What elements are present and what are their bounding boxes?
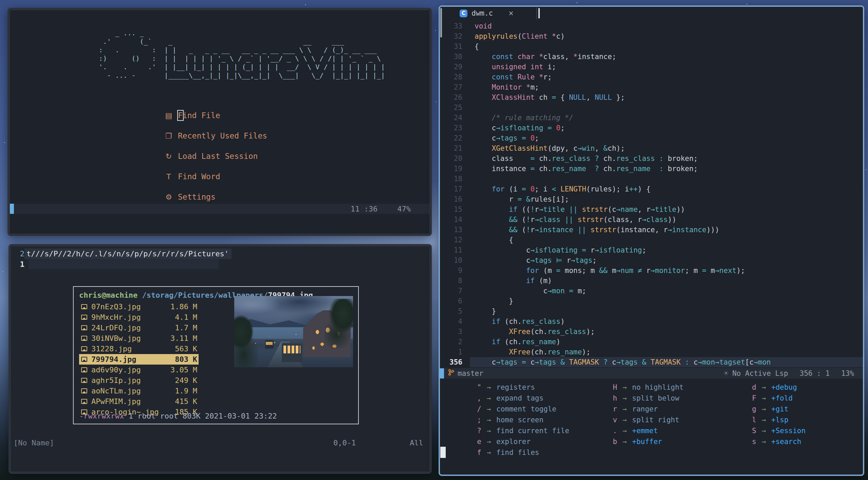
file-name: 799794.jpg bbox=[91, 355, 163, 364]
whichkey-binding: F→+fold bbox=[736, 393, 806, 404]
code-line: 13 && (!r→instance || strstr(instance, r… bbox=[440, 225, 863, 235]
code-line: 24 /* rule matching */ bbox=[440, 113, 863, 123]
line-number: 10 bbox=[440, 255, 462, 265]
file-size-unit: M bbox=[188, 387, 197, 395]
whichkey-key: , bbox=[461, 394, 481, 402]
code-line: 33void bbox=[440, 21, 863, 31]
code-text: XFree(ch.res_class); bbox=[475, 327, 595, 337]
file-row[interactable]: 30iNVBw.jpg3.11M bbox=[79, 333, 199, 344]
code-line: 11 c→isfloating = r→isfloating; bbox=[440, 245, 863, 255]
lsp-gear-icon bbox=[723, 369, 729, 377]
whichkey-key: ; bbox=[461, 416, 481, 424]
line-number: 32 bbox=[440, 31, 462, 41]
code-line: 32applyrules(Client *c) bbox=[440, 31, 863, 41]
code-area[interactable]: 33void32applyrules(Client *c)31{30 const… bbox=[440, 21, 863, 367]
copy-icon: ❐ bbox=[164, 132, 173, 140]
terminal-cursor bbox=[440, 447, 446, 458]
code-line: 30 const char *class, *instance; bbox=[440, 52, 863, 62]
code-line: 29 unsigned int i; bbox=[440, 62, 863, 72]
line-number: 7 bbox=[440, 286, 462, 296]
file-size-unit: K bbox=[188, 345, 197, 353]
code-line: 356 c→tags = c→tags & TAGMASK ? c→tags &… bbox=[440, 357, 863, 367]
arrow-icon: → bbox=[756, 383, 771, 391]
image-file-icon bbox=[81, 367, 87, 372]
preview-tree bbox=[325, 299, 353, 349]
arrow-icon: → bbox=[756, 394, 771, 402]
file-name: 24LrDFQ.jpg bbox=[91, 324, 163, 332]
code-text: c→isfloating = r→isfloating; bbox=[475, 245, 646, 255]
file-row[interactable]: aoNcTLm.jpg1.9M bbox=[79, 386, 199, 396]
menu-item-find-file[interactable]: ▤Find File bbox=[164, 105, 267, 126]
image-file-icon bbox=[81, 315, 87, 320]
whichkey-key: / bbox=[461, 405, 481, 413]
whichkey-binding: S→+Session bbox=[736, 425, 806, 436]
arrow-icon: → bbox=[617, 438, 632, 446]
menu-item-recently-used-files[interactable]: ❐Recently Used Files bbox=[164, 126, 267, 146]
image-file-icon bbox=[81, 388, 87, 393]
code-line: 1 XFree(ch.res_name); bbox=[440, 347, 863, 357]
whichkey-binding: d→+debug bbox=[736, 382, 806, 393]
file-size: 563 bbox=[163, 345, 188, 353]
menu-item-load-last-session[interactable]: ↻Load Last Session bbox=[164, 146, 267, 166]
whichkey-label: home screen bbox=[496, 416, 543, 424]
menu-item-find-word[interactable]: TFind Word bbox=[164, 166, 267, 187]
file-row[interactable]: 31228.jpg563K bbox=[79, 344, 199, 354]
image-file-icon bbox=[81, 325, 87, 330]
close-icon[interactable]: × bbox=[509, 8, 513, 18]
code-editor-window: C dwm.c × 33void32applyrules(Client *c)3… bbox=[439, 5, 864, 476]
code-line: 2 if (ch.res_name) bbox=[440, 337, 863, 347]
file-row[interactable]: 799794.jpg803K bbox=[79, 354, 199, 365]
whichkey-key: H bbox=[597, 383, 617, 391]
whichkey-label: +buffer bbox=[632, 438, 662, 446]
start-menu: ▤Find File❐Recently Used Files↻Load Last… bbox=[164, 105, 267, 207]
file-size: 1.9 bbox=[163, 387, 188, 395]
file-size: 4.1 bbox=[163, 313, 188, 321]
file-row[interactable]: 24LrDFQ.jpg1.7M bbox=[79, 322, 199, 333]
line-number: 15 bbox=[440, 204, 462, 215]
line-number: 8 bbox=[440, 276, 462, 286]
whichkey-key: S bbox=[736, 427, 756, 435]
code-line: 9 for (m = mons; m && m→num ≠ r→monitor;… bbox=[440, 265, 863, 276]
code-text: /* rule matching */ bbox=[475, 113, 573, 123]
code-text: { bbox=[475, 41, 479, 52]
file-size-unit: M bbox=[188, 313, 197, 321]
file-name: ad6v90y.jpg bbox=[91, 366, 163, 374]
file-size: 803 bbox=[163, 355, 188, 364]
arrow-icon: → bbox=[481, 427, 496, 435]
code-line: 4 if (ch.res_class) bbox=[440, 316, 863, 327]
user-host: chris@machine bbox=[79, 291, 137, 299]
file-size-unit: K bbox=[188, 397, 197, 406]
file-size-unit: K bbox=[188, 376, 197, 385]
file-name: APwFMIM.jpg bbox=[91, 397, 163, 406]
git-branch-icon bbox=[448, 369, 454, 377]
file-size-unit: M bbox=[188, 302, 197, 311]
file-row[interactable]: aghr5Ip.jpg249K bbox=[79, 375, 199, 386]
file-row[interactable]: APwFMIM.jpg415K bbox=[79, 396, 199, 407]
menu-item-label: Settings bbox=[178, 192, 216, 201]
arrow-icon: → bbox=[481, 438, 496, 446]
code-text: c→tags = c→tags & TAGMASK ? c→tags & TAG… bbox=[475, 357, 771, 367]
tab-separator bbox=[536, 7, 537, 19]
line-number: 17 bbox=[440, 184, 462, 194]
image-preview bbox=[234, 296, 353, 367]
file-row[interactable]: 9hMxcHr.jpg4.1M bbox=[79, 312, 199, 322]
code-text: unsigned int i; bbox=[475, 62, 556, 72]
whichkey-binding: H→no highlight bbox=[597, 382, 684, 393]
code-text: { bbox=[475, 235, 513, 245]
file-row[interactable]: ad6v90y.jpg3.05M bbox=[79, 365, 199, 375]
file-list: 07nEzQ3.jpg1.86M9hMxcHr.jpg4.1M24LrDFQ.j… bbox=[79, 301, 199, 417]
file-name: 31228.jpg bbox=[91, 345, 163, 353]
file-size: 1.86 bbox=[163, 302, 188, 311]
file-row[interactable]: 07nEzQ3.jpg1.86M bbox=[79, 301, 199, 312]
arrow-icon: → bbox=[481, 448, 496, 457]
file-meta: 1 root root 803K 2021-03-01 23:22 bbox=[124, 412, 277, 420]
whichkey-binding: r→ranger bbox=[597, 404, 684, 414]
cursorline-highlight bbox=[29, 259, 219, 269]
arrow-icon: → bbox=[756, 405, 771, 413]
lunarvim-logo: _ ... _ .' (_` _ __ ___ : . : | | _ _ _ … bbox=[87, 29, 385, 80]
code-text: if (ch.res_class) bbox=[475, 316, 565, 327]
tab-dwm-c[interactable]: C dwm.c × bbox=[460, 7, 514, 19]
line-number: 1 bbox=[11, 259, 24, 270]
code-text: } bbox=[475, 306, 496, 316]
line-number: 14 bbox=[440, 215, 462, 225]
